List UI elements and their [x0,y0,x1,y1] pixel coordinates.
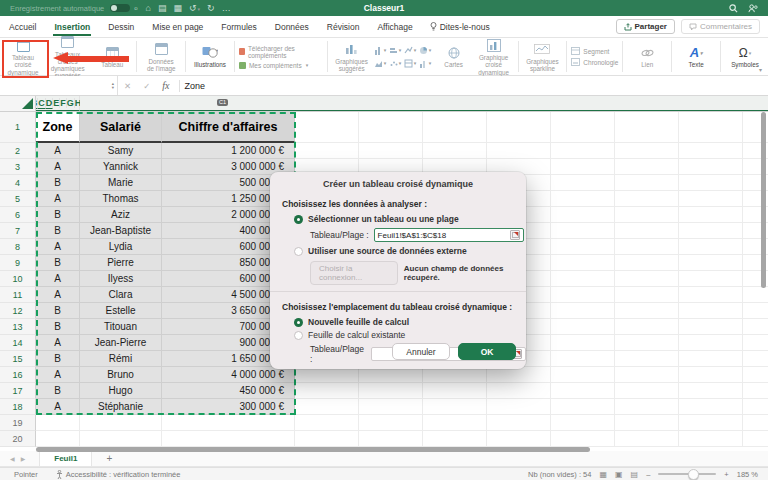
salarie-cell[interactable]: Aziz [80,207,162,223]
zone-cell[interactable]: B [36,223,80,239]
salarie-cell[interactable]: Jean-Pierre [80,335,162,351]
row-header[interactable]: 3 [0,159,36,175]
share-people-icon[interactable] [748,4,758,13]
save-icon[interactable]: ▤ [158,3,167,13]
row-header[interactable]: 10 [0,271,36,287]
row-header[interactable]: 7 [0,223,36,239]
salarie-cell[interactable]: Samy [80,143,162,159]
insert-function-icon[interactable]: fx [156,80,175,91]
cancel-button[interactable]: Annuler [392,343,450,360]
zone-cell[interactable]: B [36,175,80,191]
amount-cell[interactable]: 300 000 € [162,399,295,415]
salarie-cell[interactable]: Estelle [80,303,162,319]
radio-select-range[interactable]: Sélectionner un tableau ou une plage [294,214,526,224]
redo-icon[interactable]: ↻ [207,3,215,13]
next-sheet-icon[interactable]: ▶ [21,455,26,462]
cell-B1[interactable]: Salarié [80,112,162,143]
column-header[interactable]: G [67,98,75,108]
row-header[interactable]: 20 [0,431,36,447]
zoom-slider[interactable] [658,473,716,475]
text-button[interactable]: A▾ Texte [676,43,716,69]
row-header[interactable]: 14 [0,335,36,351]
select-all-corner[interactable] [0,96,36,111]
normal-view-icon[interactable]: ▦ [599,470,607,479]
collapse-dialog-icon[interactable] [510,230,520,240]
name-box[interactable]: ▴▾ [0,76,118,95]
salarie-cell[interactable]: Pierre [80,255,162,271]
vertical-scrollbar[interactable] [761,112,766,288]
row-header[interactable]: 17 [0,383,36,399]
tab-mise-en-page[interactable]: Mise en page [143,16,212,37]
zoom-in-icon[interactable]: + [724,470,728,479]
slicer-button[interactable]: Segment [571,47,618,55]
table-row[interactable]: 18 A Stéphanie 300 000 € [0,399,768,415]
salarie-cell[interactable]: Titouan [80,319,162,335]
tab-accueil[interactable]: Accueil [0,16,45,37]
zone-cell[interactable]: A [36,287,80,303]
zone-cell[interactable]: B [36,351,80,367]
row-header[interactable]: 9 [0,255,36,271]
cancel-entry-icon[interactable]: ✕ [118,81,137,91]
get-addins-button[interactable]: Télécharger des compléments [239,45,323,59]
salarie-cell[interactable]: Thomas [80,191,162,207]
row-header[interactable]: 5 [0,191,36,207]
maps-button[interactable]: Cartes [434,43,474,69]
cell-C1[interactable]: Chiffre d'affaires [162,112,295,143]
radio-new-sheet[interactable]: Nouvelle feuille de calcul [294,317,526,327]
row-header[interactable]: 4 [0,175,36,191]
table-row[interactable]: 1 Zone Salarié Chiffre d'affaires [0,112,768,143]
confirm-entry-icon[interactable]: ✓ [137,81,156,91]
zone-cell[interactable]: B [36,255,80,271]
salarie-cell[interactable]: Ilyess [80,271,162,287]
zone-cell[interactable]: B [36,319,80,335]
salarie-cell[interactable]: Bruno [80,367,162,383]
tab-formules[interactable]: Formules [212,16,265,37]
formula-content[interactable]: Zone [184,81,205,91]
column-header[interactable]: E [53,98,60,108]
add-sheet-icon[interactable]: + [106,453,112,464]
collapse-ribbon-icon[interactable]: ▾ [759,66,762,73]
tab-affichage[interactable]: Affichage [368,16,421,37]
row-header[interactable]: 2 [0,143,36,159]
row-header[interactable]: 6 [0,207,36,223]
tab-dessin[interactable]: Dessin [99,16,143,37]
chart-type-gallery[interactable]: ▾ ▾ ▾ ▾ ▾ ▾ ▾ ▾ [374,44,432,69]
print-icon[interactable]: ▦ [174,3,183,13]
comments-button[interactable]: Commentaires [681,19,760,34]
table-row[interactable]: 20 [0,431,768,447]
pivot-chart-button[interactable]: Graphique croisé dynamique [474,36,514,77]
page-layout-view-icon[interactable]: ▣ [615,470,623,479]
row-header[interactable]: 18 [0,399,36,415]
zone-cell[interactable]: B [36,383,80,399]
radio-external-source[interactable]: Utiliser une source de données externe [294,246,526,256]
zone-cell[interactable]: B [36,207,80,223]
zoom-level[interactable]: 185 % [737,470,758,479]
salarie-cell[interactable]: Jean-Baptiste [80,223,162,239]
cell-A1[interactable]: Zone [36,112,80,143]
row-header[interactable]: 19 [0,415,36,431]
amount-cell[interactable]: 4 000 000 € [162,367,295,383]
radio-on-icon[interactable] [294,318,303,327]
radio-off-icon[interactable] [294,247,303,256]
zone-cell[interactable]: A [36,271,80,287]
undo-icon[interactable]: ↺▾ [189,3,200,13]
salarie-cell[interactable]: Yannick [80,159,162,175]
zone-cell[interactable]: A [36,191,80,207]
column-header[interactable]: C [38,98,46,109]
horizontal-scrollbar[interactable] [36,447,590,452]
table-row[interactable]: 19 [0,415,768,431]
share-button[interactable]: Partager [616,19,675,34]
link-button[interactable]: Lien [627,43,667,69]
zone-cell[interactable]: B [36,303,80,319]
row-header[interactable]: 16 [0,367,36,383]
salarie-cell[interactable]: Rémi [80,351,162,367]
tell-me-button[interactable]: Dites-le-nous [422,22,498,32]
illustrations-button[interactable]: ▾ Illustrations [190,43,230,69]
row-header[interactable]: 12 [0,303,36,319]
amount-cell[interactable]: 450 000 € [162,383,295,399]
radio-off-icon[interactable] [294,331,303,340]
accessibility-status[interactable]: Accessibilité : vérification terminée [56,470,181,479]
table-row[interactable]: 2 A Samy 1 200 000 € [0,143,768,159]
row-header[interactable]: 1 [0,112,36,143]
table-row[interactable]: 17 B Hugo 450 000 € [0,383,768,399]
